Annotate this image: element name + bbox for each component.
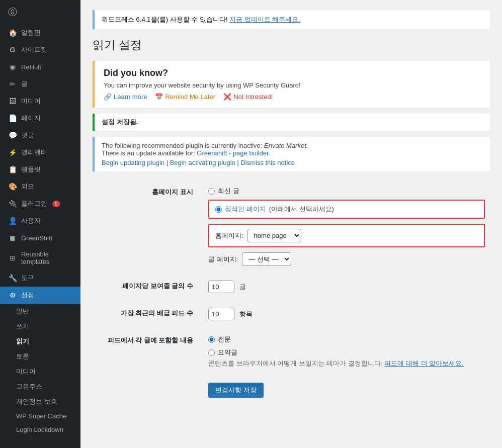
sidebar-item-pages[interactable]: 📄 페이지 — [0, 110, 80, 127]
sidebar-item-posts[interactable]: ✏ 글 — [0, 75, 80, 93]
plugin-name: Envato Market — [264, 142, 306, 149]
postspage-row: 글 페이지: — 선택 — — [208, 252, 485, 266]
pages-icon: 📄 — [8, 114, 17, 123]
sidebar-item-comments[interactable]: 💬 댓글 — [0, 127, 80, 144]
close-icon: ❌ — [223, 93, 231, 101]
did-you-know-heading: Did you know? — [104, 68, 481, 78]
full-text-option[interactable]: 전문 — [208, 335, 485, 344]
summary-radio[interactable] — [208, 349, 215, 356]
elementor-icon: ⚡ — [8, 148, 17, 157]
syndication-feeds-input[interactable] — [208, 308, 234, 320]
sidebar-sub-wpsupercache[interactable]: WP Super Cache — [0, 409, 80, 423]
posts-per-page-cell: 글 — [203, 274, 490, 301]
update-notice-link[interactable]: 지금 업데이트 해주세요. — [229, 16, 300, 23]
media-icon: 🖼 — [8, 97, 17, 106]
latest-posts-label: 최신 글 — [218, 187, 239, 196]
did-you-know-body: You can improve your website security by… — [104, 81, 481, 89]
calendar-icon: 📅 — [155, 93, 163, 101]
sidebar-item-label: 엘리멘터 — [21, 148, 47, 157]
sidebar-item-users[interactable]: 👤 사용자 — [0, 212, 80, 229]
homepage-display-label: 홈페이지 표시 — [93, 180, 203, 274]
feed-learn-more-link[interactable]: 피드에 대해 더 알아보세요. — [384, 360, 463, 367]
sidebar-item-label: 설정 — [21, 291, 34, 300]
latest-posts-option[interactable]: 최신 글 — [208, 187, 485, 196]
begin-updating-link[interactable]: Begin updating plugin — [102, 159, 164, 166]
latest-posts-radio[interactable] — [208, 188, 215, 195]
sidebar-item-rehub[interactable]: ◉ ReHub — [0, 58, 80, 75]
sidebar-item-label: 도구 — [21, 274, 34, 283]
plugin-notice-links: Begin updating plugin | Begin activating… — [102, 159, 483, 166]
begin-activating-link[interactable]: Begin activating plugin — [170, 159, 235, 166]
syndication-feeds-row: 가장 최근의 배급 피드 수 항목 — [93, 301, 490, 328]
homepage-select-label: 홈페이지: — [215, 231, 243, 240]
homepage-select[interactable]: home page 샘플 페이지 블로그 — [247, 229, 301, 242]
static-page-note: (아래에서 선택하세요) — [269, 205, 334, 214]
learn-more-link[interactable]: 🔗 Learn more — [104, 93, 147, 101]
sidebar-item-label: 외모 — [21, 182, 34, 191]
dismiss-notice-link[interactable]: Dismiss this notice — [240, 159, 295, 166]
postspage-label: 글 페이지: — [208, 255, 238, 264]
full-text-label: 전문 — [218, 335, 231, 344]
full-text-radio[interactable] — [208, 336, 215, 343]
static-page-option-box: 정적인 페이지 (아래에서 선택하세요) — [208, 200, 485, 219]
saved-notice-text: 설정 저장됨. — [102, 118, 138, 126]
appearance-icon: 🎨 — [8, 182, 17, 191]
syndication-feeds-cell: 항목 — [203, 301, 490, 328]
summary-option[interactable]: 요약글 — [208, 348, 485, 357]
sidebar-sub-loginlockdown[interactable]: Login Lockdown — [0, 423, 80, 436]
remind-later-link[interactable]: 📅 Remind Me Later — [155, 93, 215, 101]
sitekit-icon: G — [8, 45, 17, 54]
posts-per-page-input[interactable] — [208, 281, 234, 293]
sidebar-item-plugins[interactable]: 🔌 플러그인 9 — [0, 195, 80, 212]
sidebar-item-label: 알림판 — [21, 28, 41, 37]
external-link-icon: 🔗 — [104, 93, 112, 101]
sidebar-sub-writing[interactable]: 쓰기 — [0, 319, 80, 334]
homepage-display-options: 최신 글 정적인 페이지 (아래에서 선택하세요) — [208, 187, 485, 219]
main-content: 워드프레스 6.4.1을(를) 사용할 수 있습니다! 지금 업데이트 해주세요… — [80, 0, 502, 448]
sidebar: ⓪ 🏠 알림판 G 사이트킷 ◉ ReHub ✏ 글 🖼 미디어 📄 페이지 💬… — [0, 0, 80, 448]
users-icon: 👤 — [8, 216, 17, 225]
settings-icon: ⚙ — [8, 291, 17, 300]
static-page-label[interactable]: 정적인 페이지 — [225, 205, 266, 214]
sidebar-item-reusable[interactable]: ⊞ Reusable templates — [0, 246, 80, 270]
homepage-display-cell: 최신 글 정적인 페이지 (아래에서 선택하세요) — [203, 180, 490, 274]
plugin-notice-line2: There is an update available for: Greens… — [102, 149, 483, 157]
sidebar-sub-permalink[interactable]: 고유주소 — [0, 379, 80, 394]
feed-content-options: 전문 요약글 — [208, 335, 485, 357]
static-page-radio[interactable] — [215, 206, 222, 213]
sidebar-item-templates[interactable]: 📋 템플릿 — [0, 161, 80, 178]
sidebar-sub-discussion[interactable]: 토론 — [0, 349, 80, 364]
sidebar-item-appearance[interactable]: 🎨 외모 — [0, 178, 80, 195]
postspage-select[interactable]: — 선택 — — [242, 252, 291, 266]
feed-content-label: 피드에서 각 글에 포함할 내용 — [93, 328, 203, 376]
templates-icon: 📋 — [8, 165, 17, 174]
settings-arrow — [76, 291, 80, 299]
sidebar-item-greenshift[interactable]: ◼ GreenShift — [0, 229, 80, 246]
sidebar-item-label: 템플릿 — [21, 165, 41, 174]
syndication-feeds-input-group: 항목 — [208, 308, 485, 320]
settings-form: 홈페이지 표시 최신 글 — [93, 180, 490, 405]
sidebar-item-settings[interactable]: ⚙ 설정 — [0, 287, 80, 304]
sidebar-item-label: GreenShift — [21, 234, 52, 242]
sidebar-item-label: 댓글 — [21, 131, 34, 140]
saved-notice: 설정 저장됨. — [93, 114, 490, 131]
settings-table: 홈페이지 표시 최신 글 — [93, 180, 490, 405]
not-interested-link[interactable]: ❌ Not Intrested! — [223, 93, 273, 101]
update-notice-text: 워드프레스 6.4.1을(를) 사용할 수 있습니다! — [102, 16, 228, 23]
sidebar-item-elementor[interactable]: ⚡ 엘리멘터 — [0, 144, 80, 161]
sidebar-item-dashboard[interactable]: 🏠 알림판 — [0, 24, 80, 41]
sidebar-sub-media[interactable]: 미디어 — [0, 364, 80, 379]
sidebar-sub-general[interactable]: 일반 — [0, 304, 80, 319]
sidebar-sub-reading[interactable]: 읽기 — [0, 334, 80, 349]
submit-button[interactable]: 변경사항 저장 — [208, 383, 264, 398]
sidebar-item-label: 사용자 — [21, 216, 41, 225]
sidebar-item-media[interactable]: 🖼 미디어 — [0, 93, 80, 110]
sidebar-item-label: 플러그인 — [21, 199, 47, 208]
sidebar-item-sitekit[interactable]: G 사이트킷 — [0, 41, 80, 58]
plugin-update-link[interactable]: Greenshift - page builder. — [197, 149, 270, 157]
posts-per-page-label: 페이지당 보여줄 글의 수 — [93, 274, 203, 301]
sidebar-sub-privacy[interactable]: 개인정보 보호 — [0, 394, 80, 409]
sidebar-item-tools[interactable]: 🔧 도구 — [0, 270, 80, 287]
did-you-know-links: 🔗 Learn more 📅 Remind Me Later ❌ Not Int… — [104, 93, 481, 101]
rehub-icon: ◉ — [8, 62, 17, 71]
